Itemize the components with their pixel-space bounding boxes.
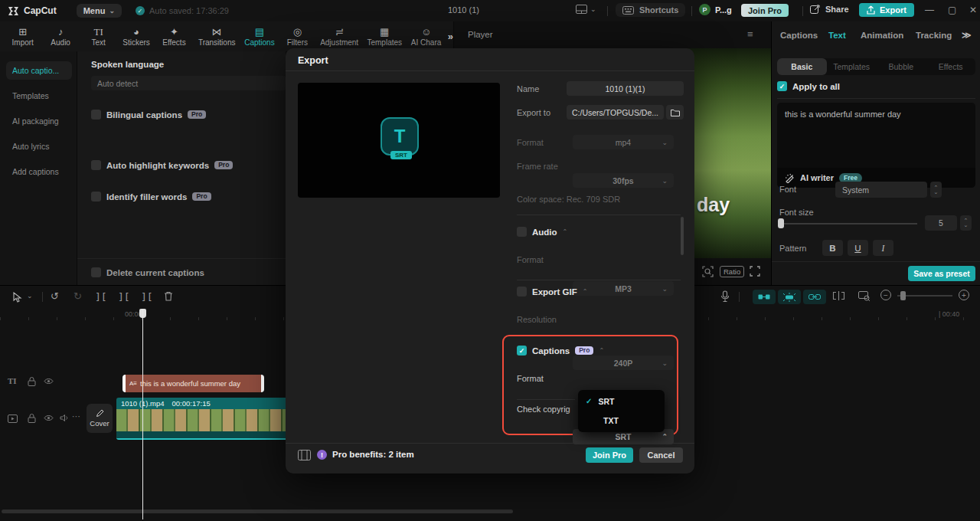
font-size-value[interactable]: 5 (925, 215, 957, 231)
eye-icon[interactable] (44, 415, 54, 421)
select-cursor-icon[interactable] (12, 292, 22, 303)
bold-button[interactable]: B (822, 240, 843, 256)
underline-button[interactable]: U (848, 240, 868, 256)
tab-animation[interactable]: Animation (861, 31, 903, 40)
lock-icon[interactable] (28, 377, 36, 386)
chevron-up-icon[interactable]: ⌃ (583, 288, 588, 295)
tool-stickers[interactable]: ◕Stickers (118, 26, 154, 47)
scale-icon[interactable] (702, 266, 714, 277)
sidebar-item-ai-packaging[interactable]: AI packaging (6, 112, 72, 130)
redo-icon[interactable]: ↻ (74, 290, 82, 302)
shortcuts-button[interactable]: Shortcuts (616, 3, 685, 17)
player-menu-icon[interactable]: ≡ (747, 28, 753, 40)
sidebar-item-auto-captions[interactable]: Auto captio... (6, 61, 72, 80)
name-input[interactable]: 1010 (1)(1) (567, 81, 684, 96)
tool-templates[interactable]: ▦Templates (363, 26, 406, 47)
tool-effects[interactable]: ✦Effects (156, 26, 192, 47)
save-as-preset-button[interactable]: Save as preset (908, 266, 975, 281)
zoom-out-icon[interactable]: − (880, 290, 891, 300)
font-stepper[interactable]: ⌃⌄ (930, 182, 942, 198)
record-voiceover-icon[interactable] (720, 290, 730, 303)
browse-folder-button[interactable] (666, 105, 684, 120)
close-button[interactable]: ✕ (962, 5, 980, 15)
checkbox[interactable] (517, 227, 527, 237)
delete-icon[interactable] (164, 291, 173, 301)
split-right-icon[interactable]: ][ (141, 291, 153, 303)
menu-button[interactable]: Menu⌄ (77, 4, 122, 18)
checkbox[interactable] (517, 287, 527, 297)
eye-icon[interactable] (44, 378, 54, 385)
subtab-effects[interactable]: Effects (926, 58, 975, 75)
tab-captions[interactable]: Captions (780, 31, 818, 40)
more-icon[interactable]: ⋯ (72, 411, 80, 421)
split-left-icon[interactable]: ][ (118, 291, 130, 303)
cursor-mode-chevron-icon[interactable]: ⌄ (27, 292, 33, 300)
undo-icon[interactable]: ↺ (51, 290, 59, 302)
auto-snap-toggle[interactable] (753, 290, 776, 304)
split-preview-icon[interactable] (832, 291, 845, 300)
preview-window-icon[interactable] (858, 291, 871, 301)
timeline-zoom-thumb[interactable] (900, 291, 906, 300)
toolbar-expand-icon[interactable]: » (448, 31, 453, 42)
captions-section-row[interactable]: ✓ Captions Pro ⌃ (517, 346, 604, 356)
fullscreen-icon[interactable] (750, 266, 760, 277)
timeline-horizontal-scrollbar[interactable] (2, 510, 513, 513)
spoken-language-select[interactable]: Auto detect (91, 76, 286, 90)
caption-clip[interactable]: A≡ this is a wonderful summer day (122, 375, 264, 392)
tool-audio[interactable]: ♪Audio (42, 26, 78, 47)
checkbox[interactable] (91, 160, 101, 170)
share-button[interactable]: Share (810, 5, 849, 14)
collapse-panel-icon[interactable]: ≫ (962, 30, 972, 41)
join-pro-button[interactable]: Join Pro (741, 4, 789, 17)
tool-transitions[interactable]: ⋈Transitions (194, 26, 240, 47)
dialog-scrollbar[interactable] (681, 217, 684, 255)
chevron-up-icon[interactable]: ⌃ (563, 228, 568, 235)
font-size-slider-track[interactable] (779, 223, 917, 224)
tool-ai-character[interactable]: ☺AI Chara (407, 26, 444, 47)
audio-format-select[interactable]: MP3 ⌄ (573, 281, 674, 296)
tool-captions[interactable]: ▤Captions (241, 26, 277, 47)
sidebar-item-auto-lyrics[interactable]: Auto lyrics (6, 137, 72, 156)
export-gif-row[interactable]: Export GIF ⌃ (517, 287, 587, 297)
identify-filler-row[interactable]: Identify filler words Pro (91, 192, 211, 202)
zoom-in-icon[interactable]: + (959, 290, 969, 300)
font-size-slider-thumb[interactable] (778, 218, 784, 228)
checkbox-checked[interactable]: ✓ (517, 346, 527, 356)
split-icon[interactable]: ][ (95, 291, 107, 303)
tool-text[interactable]: TIText (80, 26, 116, 47)
maximize-button[interactable]: ▢ (940, 5, 964, 15)
italic-button[interactable]: I (873, 240, 893, 256)
caption-text-input[interactable]: this is a wonderful summer day (777, 103, 975, 168)
export-to-input[interactable]: C:/Users/TOPGUS/De... (567, 105, 664, 120)
checkbox[interactable] (91, 192, 101, 202)
ratio-button[interactable]: Ratio (720, 266, 744, 277)
subtab-templates[interactable]: Templates (827, 58, 877, 75)
checkbox[interactable] (91, 267, 101, 277)
billing-icon[interactable] (298, 450, 311, 460)
tool-filters[interactable]: ◎Filters (279, 26, 315, 47)
playhead-line[interactable] (142, 309, 143, 519)
dialog-join-pro-button[interactable]: Join Pro (586, 447, 633, 463)
link-toggle[interactable] (803, 290, 826, 304)
subtab-basic[interactable]: Basic (777, 58, 827, 75)
tool-import[interactable]: ⊞Import (5, 26, 41, 47)
dropdown-option-txt[interactable]: TXT (578, 411, 665, 430)
dialog-cancel-button[interactable]: Cancel (639, 447, 683, 463)
font-size-stepper[interactable]: ⌃⌄ (960, 215, 972, 231)
delete-current-captions-row[interactable]: Delete current captions (91, 267, 204, 277)
format-select[interactable]: mp4 ⌄ (573, 135, 674, 149)
audio-section-row[interactable]: Audio ⌃ (517, 227, 567, 237)
checkbox-checked[interactable]: ✓ (777, 81, 787, 91)
apply-to-all-row[interactable]: ✓ Apply to all (777, 81, 840, 91)
checkbox[interactable] (91, 110, 101, 120)
export-button[interactable]: Export (859, 3, 914, 17)
magnetic-toggle[interactable] (778, 290, 801, 304)
tab-text[interactable]: Text (828, 31, 846, 40)
lock-icon[interactable] (28, 414, 36, 423)
auto-highlight-row[interactable]: Auto highlight keywords Pro (91, 160, 233, 170)
sidebar-item-add-captions[interactable]: Add captions (6, 162, 72, 181)
mute-icon[interactable] (60, 414, 69, 422)
tool-adjustment[interactable]: ≓Adjustment (317, 26, 361, 47)
chevron-up-icon[interactable]: ⌃ (599, 347, 604, 354)
layout-switch-button[interactable]: ⌄ (576, 5, 596, 14)
